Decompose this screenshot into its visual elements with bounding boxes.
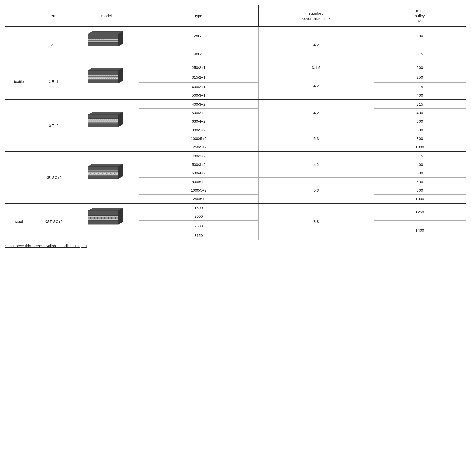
type-cell: 800/5+2	[139, 178, 259, 186]
svg-point-196	[102, 173, 103, 174]
svg-point-235	[90, 217, 91, 219]
svg-marker-32	[88, 31, 123, 34]
pulley-cell: 800	[374, 134, 466, 143]
svg-rect-80	[88, 80, 118, 83]
svg-rect-34	[88, 70, 118, 75]
header-col1	[5, 5, 33, 27]
svg-rect-219	[88, 216, 118, 217]
svg-point-197	[106, 173, 107, 174]
pulley-cell: 400	[374, 91, 466, 100]
type-cell: 2500	[139, 221, 259, 231]
svg-rect-65	[88, 78, 118, 80]
svg-rect-31	[88, 42, 118, 46]
pulley-cell: 630	[374, 178, 466, 186]
pulley-cell: 315	[374, 100, 466, 109]
type-cell: 1000/5+2	[139, 134, 259, 143]
pulley-cell: 800	[374, 186, 466, 195]
term-cell: steel	[5, 203, 33, 240]
svg-rect-234	[88, 217, 118, 219]
type-cell: 400/3+2	[139, 152, 259, 160]
header-pulley: min. pulley ∅	[374, 5, 466, 27]
pulley-cell: 400	[374, 160, 466, 169]
pulley-cell: 315	[374, 45, 466, 63]
svg-marker-259	[88, 208, 123, 211]
type-cell: 2000	[139, 212, 259, 221]
svg-point-237	[97, 217, 98, 219]
type-cell: 400/3	[139, 45, 259, 63]
type-cell: 1250/5+2	[139, 143, 259, 152]
svg-rect-243	[88, 219, 118, 220]
model-cell: XE	[33, 27, 74, 63]
type-cell: 800/5+2	[139, 126, 259, 134]
pulley-cell: 500	[374, 169, 466, 178]
cover-cell: 3:1,5	[258, 63, 374, 72]
svg-marker-217	[118, 164, 123, 179]
main-table: term model type standard cover thickness…	[5, 5, 466, 240]
cover-cell: 4:2	[258, 100, 374, 126]
pulley-cell: 250	[374, 72, 466, 83]
svg-point-241	[111, 217, 113, 219]
belt-image-cell	[74, 63, 139, 100]
pulley-cell: 200	[374, 27, 466, 45]
pulley-cell: 315	[374, 152, 466, 160]
model-cell: XE+2	[33, 100, 74, 152]
svg-marker-145	[88, 112, 123, 115]
type-cell: 400/3+2	[139, 100, 259, 109]
type-cell: 400/3+1	[139, 83, 259, 91]
term-cell-empty	[5, 27, 33, 63]
type-cell: 250/2+1	[139, 63, 259, 72]
svg-marker-33	[118, 31, 123, 46]
pulley-cell: 1400	[374, 221, 466, 240]
svg-point-199	[114, 173, 115, 174]
type-cell: 1250/5+2	[139, 195, 259, 204]
svg-rect-147	[88, 166, 118, 170]
cover-cell: 4:2	[258, 27, 374, 63]
model-cell: XST-SC+2	[33, 203, 74, 240]
svg-marker-146	[118, 112, 123, 127]
belt-image-cell	[74, 100, 139, 152]
header-type: type	[139, 5, 259, 27]
type-cell: 500/3+2	[139, 160, 259, 169]
svg-marker-216	[88, 164, 123, 166]
svg-point-195	[98, 173, 99, 174]
model-cell: XE+1	[33, 63, 74, 100]
svg-point-238	[101, 217, 102, 219]
svg-marker-82	[118, 68, 123, 83]
svg-rect-215	[88, 176, 118, 179]
type-cell: 630/4+2	[139, 169, 259, 178]
svg-point-194	[94, 173, 95, 174]
pulley-cell: 1250	[374, 203, 466, 221]
header-model: model	[74, 5, 139, 27]
svg-point-198	[110, 173, 111, 174]
cover-cell: 4:2	[258, 72, 374, 100]
type-cell: 1000/5+2	[139, 186, 259, 195]
type-cell: 250/2	[139, 27, 259, 45]
cover-cell: 8:8	[258, 203, 374, 240]
type-cell: 500/3+2	[139, 109, 259, 117]
type-cell: 315/2+1	[139, 72, 259, 83]
term-cell-empty	[5, 152, 33, 203]
header-term: term	[33, 5, 74, 27]
header-cover: standard cover thickness*	[258, 5, 374, 27]
svg-rect-218	[88, 211, 118, 216]
pulley-cell: 315	[374, 83, 466, 91]
type-cell: 630/4+2	[139, 117, 259, 126]
svg-point-242	[115, 217, 116, 219]
type-cell: 500/3+1	[139, 91, 259, 100]
belt-image-cell	[74, 203, 139, 240]
svg-rect-35	[88, 75, 118, 77]
svg-rect-144	[88, 124, 118, 127]
cover-cell: 5:3	[258, 178, 374, 204]
svg-rect-83	[88, 115, 118, 119]
svg-point-239	[104, 217, 106, 219]
svg-marker-81	[88, 68, 123, 70]
type-cell: 1600	[139, 203, 259, 212]
pulley-cell: 400	[374, 109, 466, 117]
svg-marker-260	[118, 208, 123, 224]
svg-rect-0	[88, 34, 118, 39]
term-cell: textile	[5, 63, 33, 100]
belt-image-cell	[74, 152, 139, 203]
pulley-cell: 500	[374, 117, 466, 126]
model-cell: XE-SC+2	[33, 152, 74, 203]
svg-point-240	[108, 217, 109, 219]
